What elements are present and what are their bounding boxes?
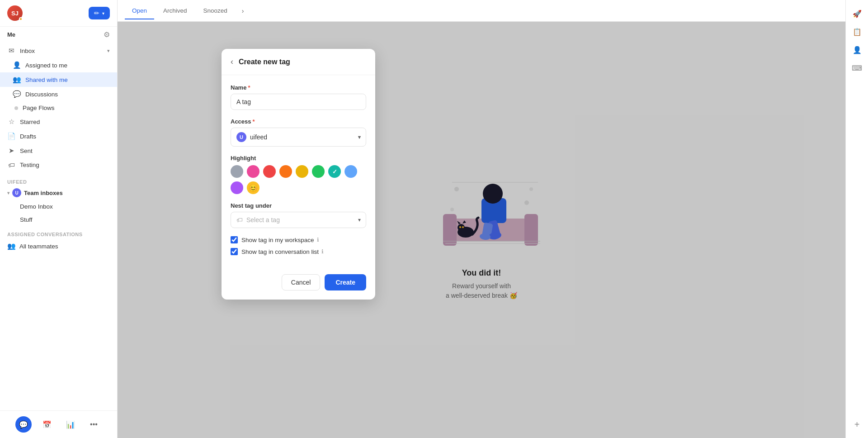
modal-footer: Cancel Create: [222, 269, 375, 300]
swatch-purple[interactable]: [231, 181, 243, 194]
sidebar-top: SJ ✏ ▾: [0, 0, 117, 27]
swatch-yellow[interactable]: [296, 165, 308, 178]
sidebar-item-starred[interactable]: ☆ Starred: [0, 114, 117, 129]
clipboard-icon[interactable]: 📋: [849, 24, 865, 40]
tab-snoozed[interactable]: Snoozed: [196, 3, 235, 19]
modal-title: Create new tag: [239, 58, 290, 66]
tab-archived[interactable]: Archived: [156, 3, 194, 19]
sidebar-item-page-flows[interactable]: Page Flows: [0, 101, 117, 114]
assigned-conversations-section: Assigned conversations 👥 All teammates: [0, 226, 117, 257]
sidebar-item-stuff[interactable]: Stuff: [0, 213, 117, 226]
discussions-label: Discussions: [25, 91, 58, 98]
tab-more-icon[interactable]: ›: [238, 4, 248, 18]
access-u-badge: U: [236, 132, 246, 142]
starred-label: Starred: [20, 119, 40, 125]
calendar-icon[interactable]: 📅: [39, 416, 55, 433]
nest-select[interactable]: 🏷 Select a tag: [231, 212, 366, 228]
assigned-conversations-label: Assigned conversations: [7, 232, 110, 237]
inbox-chevron-icon: ▾: [107, 48, 110, 54]
modal-back-button[interactable]: ‹: [231, 57, 233, 67]
chat-icon[interactable]: 💬: [15, 416, 32, 433]
access-value: uifeed: [250, 133, 267, 141]
required-marker: *: [248, 84, 250, 91]
page-flows-dot: [14, 106, 18, 110]
sidebar-item-drafts[interactable]: 📄 Drafts: [0, 129, 117, 143]
discussions-icon: 💬: [13, 90, 21, 98]
more-icon[interactable]: •••: [86, 416, 102, 433]
swatch-red[interactable]: [263, 165, 276, 178]
team-inboxes-label: Team inboxes: [24, 190, 63, 196]
show-conversation-group: Show tag in conversation list ℹ: [231, 248, 366, 255]
show-workspace-checkbox[interactable]: [231, 236, 238, 243]
sidebar-bottom: 💬 📅 📊 •••: [0, 410, 117, 438]
sidebar-item-testing[interactable]: 🏷 Testing: [0, 158, 117, 172]
team-inboxes-header[interactable]: ▾ U Team inboxes: [0, 186, 117, 200]
swatch-teal[interactable]: [328, 165, 341, 178]
show-conversation-checkbox[interactable]: [231, 248, 238, 255]
inbox-label: Inbox: [20, 48, 35, 54]
starred-icon: ☆: [7, 118, 15, 126]
compose-button[interactable]: ✏ ▾: [89, 7, 110, 19]
sidebar-item-discussions[interactable]: 💬 Discussions: [0, 87, 117, 101]
add-icon[interactable]: +: [849, 416, 865, 433]
tab-open[interactable]: Open: [125, 3, 154, 19]
inbox-section: ✉ Inbox ▾ 👤 Assigned to me 👥 Shared with…: [0, 40, 117, 176]
swatch-orange[interactable]: [279, 165, 292, 178]
right-panel: 🚀 📋 👤 ⌨ +: [845, 0, 868, 438]
shared-label: Shared with me: [25, 76, 68, 83]
access-required-marker: *: [253, 118, 255, 125]
tag-icon: 🏷: [236, 216, 243, 224]
swatch-emoji[interactable]: 😊: [247, 181, 259, 194]
person-icon[interactable]: 👤: [849, 42, 865, 58]
chart-icon[interactable]: 📊: [62, 416, 79, 433]
chevron-down-icon: ▾: [102, 11, 104, 16]
main-content: Open Archived Snoozed ›: [118, 0, 845, 438]
me-section-header: Me ⚙: [0, 27, 117, 40]
swatch-green[interactable]: [312, 165, 325, 178]
drafts-label: Drafts: [20, 133, 36, 140]
stuff-label: Stuff: [20, 216, 33, 223]
conversation-info-icon[interactable]: ℹ: [321, 248, 324, 255]
swatch-pink[interactable]: [247, 165, 259, 178]
workspace-info-icon[interactable]: ℹ: [317, 237, 319, 243]
me-label: Me: [7, 31, 15, 38]
sent-icon: ➤: [7, 147, 15, 155]
name-label: Name *: [231, 84, 366, 91]
all-teammates-label: All teammates: [19, 243, 58, 250]
settings-icon[interactable]: ⚙: [104, 30, 110, 39]
cancel-button[interactable]: Cancel: [282, 274, 321, 290]
u-badge: U: [12, 188, 21, 197]
highlight-section: Highlight 😊: [231, 155, 366, 194]
swatch-blue[interactable]: [344, 165, 357, 178]
keyboard-icon[interactable]: ⌨: [849, 60, 865, 76]
chevron-icon: ▾: [7, 190, 9, 195]
sidebar-item-shared[interactable]: 👥 Shared with me: [0, 72, 117, 87]
sidebar-item-demo-inbox[interactable]: Demo Inbox: [0, 200, 117, 213]
modal-body: Name * Access * U: [222, 75, 375, 269]
page-flows-label: Page Flows: [23, 105, 55, 111]
create-button[interactable]: Create: [325, 274, 366, 290]
access-label: Access *: [231, 118, 366, 125]
pen-icon: ✏: [94, 10, 99, 17]
nest-select-wrapper: 🏷 Select a tag ▾: [231, 212, 366, 228]
demo-inbox-label: Demo Inbox: [20, 203, 53, 210]
assigned-icon: 👤: [13, 61, 21, 69]
highlight-label: Highlight: [231, 155, 366, 162]
access-select[interactable]: U uifeed: [231, 128, 366, 147]
sidebar-item-all-teammates[interactable]: 👥 All teammates: [7, 239, 110, 253]
sidebar-item-inbox[interactable]: ✉ Inbox ▾: [0, 43, 117, 58]
sidebar-item-sent[interactable]: ➤ Sent: [0, 143, 117, 158]
name-input[interactable]: [231, 94, 366, 110]
swatch-gray[interactable]: [231, 165, 243, 178]
avatar[interactable]: SJ: [7, 5, 23, 21]
sidebar-item-assigned[interactable]: 👤 Assigned to me: [0, 58, 117, 72]
sidebar: SJ ✏ ▾ Me ⚙ ✉ Inbox ▾ 👤 Assigned to me 👥…: [0, 0, 118, 438]
teammates-icon: 👥: [7, 242, 16, 250]
content-area: You did it! Reward yourself with a well-…: [118, 22, 845, 438]
shared-icon: 👥: [13, 76, 21, 84]
name-form-group: Name *: [231, 84, 366, 110]
rocket-icon[interactable]: 🚀: [849, 5, 865, 22]
modal-overlay: ‹ Create new tag Name *: [118, 22, 845, 438]
workspace-label: uifeed: [0, 176, 117, 186]
assigned-label: Assigned to me: [25, 62, 67, 69]
